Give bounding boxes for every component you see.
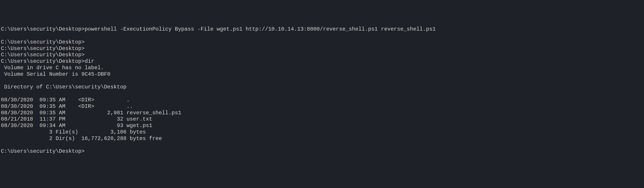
- terminal-line: 3 File(s) 3,106 bytes: [1, 129, 643, 136]
- terminal-output[interactable]: C:\Users\security\Desktop>powershell -Ex…: [1, 26, 643, 155]
- terminal-line: [1, 78, 643, 84]
- output-text: Directory of C:\Users\security\Desktop: [1, 84, 126, 90]
- terminal-line: [1, 142, 643, 149]
- output-text: 3 File(s) 3,106 bytes: [1, 129, 146, 135]
- output-text: 08/21/2018 11:37 PM 32 user.txt: [1, 116, 152, 122]
- terminal-line: C:\Users\security\Desktop>: [1, 39, 643, 45]
- terminal-line: 08/30/2020 09:35 AM <DIR> ..: [1, 103, 643, 110]
- terminal-line: 08/30/2020 09:35 AM 2,981 reverse_shell.…: [1, 110, 643, 116]
- terminal-line: 08/30/2020 09:35 AM <DIR> .: [1, 97, 643, 103]
- terminal-line: 2 Dir(s) 16,772,620,288 bytes free: [1, 136, 643, 142]
- output-text: 08/30/2020 09:35 AM <DIR> .: [1, 97, 130, 103]
- output-text: 2 Dir(s) 16,772,620,288 bytes free: [1, 136, 162, 142]
- terminal-line: [1, 33, 643, 39]
- terminal-line: C:\Users\security\Desktop>: [1, 148, 643, 155]
- terminal-line: Volume Serial Number is 9C45-DBF0: [1, 71, 643, 78]
- command-prompt: C:\Users\security\Desktop>: [1, 58, 84, 64]
- terminal-line: [1, 90, 643, 97]
- output-text: 08/30/2020 09:35 AM <DIR> ..: [1, 103, 133, 109]
- terminal-line: C:\Users\security\Desktop>: [1, 45, 643, 52]
- terminal-line: 08/30/2020 09:34 AM 93 wget.ps1: [1, 123, 643, 129]
- command-text: dir: [84, 58, 94, 64]
- output-text: 08/30/2020 09:34 AM 93 wget.ps1: [1, 123, 152, 129]
- terminal-line: C:\Users\security\Desktop>powershell -Ex…: [1, 26, 643, 33]
- command-prompt: C:\Users\security\Desktop>: [1, 45, 84, 52]
- terminal-line: Directory of C:\Users\security\Desktop: [1, 84, 643, 90]
- output-text: 08/30/2020 09:35 AM 2,981 reverse_shell.…: [1, 110, 181, 116]
- terminal-line: 08/21/2018 11:37 PM 32 user.txt: [1, 116, 643, 123]
- command-prompt: C:\Users\security\Desktop>: [1, 39, 84, 45]
- output-text: Volume Serial Number is 9C45-DBF0: [1, 71, 110, 77]
- command-prompt: C:\Users\security\Desktop>: [1, 26, 84, 32]
- output-text: Volume in drive C has no label.: [1, 65, 104, 71]
- terminal-line: C:\Users\security\Desktop>dir: [1, 58, 643, 65]
- command-prompt: C:\Users\security\Desktop>: [1, 52, 84, 58]
- terminal-line: C:\Users\security\Desktop>: [1, 52, 643, 58]
- command-text: powershell -ExecutionPolicy Bypass -File…: [84, 26, 436, 32]
- terminal-line: Volume in drive C has no label.: [1, 65, 643, 71]
- command-prompt: C:\Users\security\Desktop>: [1, 148, 84, 154]
